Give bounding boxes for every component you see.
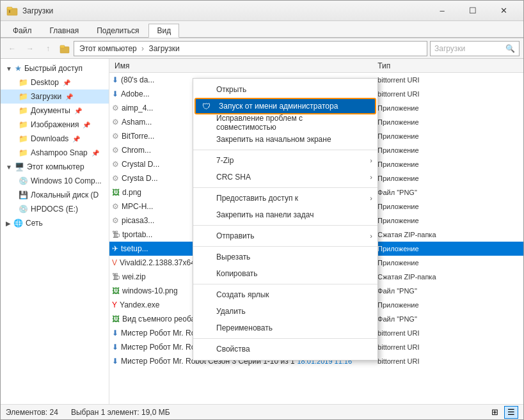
folder-img-icon: 📁 <box>19 120 28 129</box>
cm-arrow-grant: › <box>370 194 372 202</box>
cm-troubleshoot-label: Исправление проблем с совместимостью <box>216 114 362 132</box>
cm-item-delete[interactable]: Удалить <box>193 303 377 320</box>
sidebar-locald-label: Локальный диск (D <box>31 191 99 199</box>
folder-icon: 📁 <box>19 78 28 87</box>
sidebar: ▼ ★ Быстрый доступ 📁 Desktop 📌 📁 Загрузк… <box>1 59 109 404</box>
cm-item-send-to[interactable]: Отправить › <box>193 228 377 244</box>
cm-rename-label: Переименовать <box>216 323 273 332</box>
cm-item-troubleshoot[interactable]: Исправление проблем с совместимостью <box>193 114 377 131</box>
sidebar-win10-label: Windows 10 Comp... <box>31 176 102 185</box>
tab-view[interactable]: Вид <box>148 24 179 38</box>
cm-item-pin-taskbar[interactable]: Закрепить на панели задач <box>193 206 377 223</box>
downloads-nav-button[interactable] <box>58 42 71 55</box>
cm-item-crcsha[interactable]: CRC SHA › <box>193 169 377 185</box>
main-content: ▼ ★ Быстрый доступ 📁 Desktop 📌 📁 Загрузк… <box>1 59 523 404</box>
cm-item-open[interactable]: Открыть <box>193 81 377 98</box>
search-icon: 🔍 <box>505 44 515 53</box>
cm-separator <box>193 187 377 188</box>
drive-win-icon: 💿 <box>19 176 28 185</box>
network-icon: 🌐 <box>13 219 23 228</box>
sidebar-section-thispc[interactable]: ▼ 🖥️ Этот компьютер <box>1 160 109 174</box>
folder-ash-icon: 📁 <box>19 148 28 157</box>
sidebar-section-quickaccess[interactable]: ▼ ★ Быстрый доступ <box>1 61 109 75</box>
sidebar-item-images[interactable]: 📁 Изображения 📌 <box>1 118 109 132</box>
cm-item-create-shortcut[interactable]: Создать ярлык <box>193 286 377 303</box>
sidebar-item-hpdocs[interactable]: 💿 HPDOCS (E:) <box>1 202 109 216</box>
tab-home[interactable]: Главная <box>42 23 88 37</box>
search-box[interactable]: Загрузки 🔍 <box>430 41 520 56</box>
sidebar-item-win10[interactable]: 💿 Windows 10 Comp... <box>1 174 109 188</box>
sidebar-images-label: Изображения <box>31 120 79 129</box>
tab-file[interactable]: Файл <box>4 23 40 37</box>
chevron-pc-icon: ▼ <box>6 164 12 171</box>
pin-icon: 📌 <box>63 79 70 86</box>
cm-item-grant-access[interactable]: Предоставить доступ к › <box>193 190 377 206</box>
cm-separator <box>193 338 377 339</box>
up-button[interactable]: ↑ <box>40 41 56 56</box>
maximize-button[interactable]: ☐ <box>458 1 488 20</box>
cm-crcsha-label: CRC SHA <box>216 173 251 182</box>
cm-delete-label: Удалить <box>216 307 246 316</box>
pin-icon-dl: 📌 <box>65 93 73 100</box>
window-title: Загрузки <box>22 6 427 15</box>
shield-icon: 🛡 <box>202 102 210 111</box>
cm-item-copy[interactable]: Копировать <box>193 265 377 282</box>
address-bar: ← → ↑ Этот компьютер › Загрузки Загрузки… <box>1 38 523 59</box>
cm-item-7zip[interactable]: 7-Zip › <box>193 152 377 169</box>
cm-item-rename[interactable]: Переименовать <box>193 320 377 336</box>
sidebar-documents-label: Документы <box>31 106 70 115</box>
chevron-net-icon: ▶ <box>6 220 11 227</box>
sidebar-section-network[interactable]: ▶ 🌐 Сеть <box>1 216 109 230</box>
sidebar-downloads2-label: Downloads <box>31 134 68 143</box>
star-icon: ★ <box>15 64 22 73</box>
cm-cut-label: Вырезать <box>216 253 250 261</box>
cm-pin-start-label: Закрепить на начальном экране <box>216 135 331 144</box>
status-selected: Выбран 1 элемент: 19,0 МБ <box>71 408 170 417</box>
pin-icon-dl2: 📌 <box>72 136 80 143</box>
path-text: Этот компьютер › Загрузки <box>79 44 180 53</box>
cm-separator <box>193 246 377 247</box>
address-path[interactable]: Этот компьютер › Загрузки <box>74 41 427 56</box>
sidebar-item-documents[interactable]: 📁 Документы 📌 <box>1 104 109 118</box>
cm-item-pin-start[interactable]: Закрепить на начальном экране <box>193 131 377 148</box>
detail-view-button[interactable]: ☰ <box>504 406 518 419</box>
sidebar-item-ashampoo[interactable]: 📁 Ashampoo Snap 📌 <box>1 146 109 160</box>
cm-send-to-label: Отправить <box>216 231 255 240</box>
sidebar-item-downloads2[interactable]: 📁 Downloads 📌 <box>1 132 109 146</box>
cm-arrow-7zip: › <box>370 157 372 164</box>
minimize-button[interactable]: – <box>427 1 457 20</box>
status-view-buttons: ⊞ ☰ <box>488 406 518 419</box>
pin-icon-ash: 📌 <box>91 150 99 157</box>
close-button[interactable]: ✕ <box>489 1 518 20</box>
cm-item-cut[interactable]: Вырезать <box>193 249 377 265</box>
cm-open-label: Открыть <box>216 85 246 94</box>
cm-item-properties[interactable]: Свойства <box>193 341 377 357</box>
back-button[interactable]: ← <box>4 41 20 56</box>
cm-properties-label: Свойства <box>216 345 250 354</box>
cm-separator <box>193 284 377 284</box>
cm-separator <box>193 225 377 226</box>
folder-doc-icon: 📁 <box>19 106 28 115</box>
folder-blue-icon: 📁 <box>19 92 28 101</box>
context-menu: Открыть 🛡 Запуск от имени администратора… <box>193 78 378 361</box>
pc-icon: 🖥️ <box>15 162 24 171</box>
cm-7zip-label: 7-Zip <box>216 156 234 165</box>
tab-share[interactable]: Поделиться <box>88 23 147 37</box>
list-view-button[interactable]: ⊞ <box>488 406 502 419</box>
cm-item-run-as-admin[interactable]: 🛡 Запуск от имени администратора <box>195 98 376 114</box>
sidebar-item-desktop[interactable]: 📁 Desktop 📌 <box>1 75 109 89</box>
sidebar-quickaccess-label: Быстрый доступ <box>24 64 83 73</box>
title-bar-icon <box>6 4 19 17</box>
sidebar-desktop-label: Desktop <box>31 78 59 87</box>
folder-dl2-icon: 📁 <box>19 134 28 143</box>
sidebar-hpdocs-label: HPDOCS (E:) <box>31 205 78 214</box>
cm-pin-taskbar-label: Закрепить на панели задач <box>216 210 314 219</box>
pin-icon-doc: 📌 <box>74 107 82 114</box>
chevron-icon: ▼ <box>6 65 12 72</box>
sidebar-item-local-d[interactable]: 💾 Локальный диск (D <box>1 188 109 202</box>
forward-button[interactable]: → <box>22 41 38 56</box>
sidebar-item-downloads[interactable]: 📁 Загрузки 📌 <box>1 89 109 104</box>
status-bar: Элементов: 24 Выбран 1 элемент: 19,0 МБ … <box>1 404 523 419</box>
ribbon-tabs: Файл Главная Поделиться Вид <box>1 21 523 38</box>
svg-rect-4 <box>60 45 65 48</box>
